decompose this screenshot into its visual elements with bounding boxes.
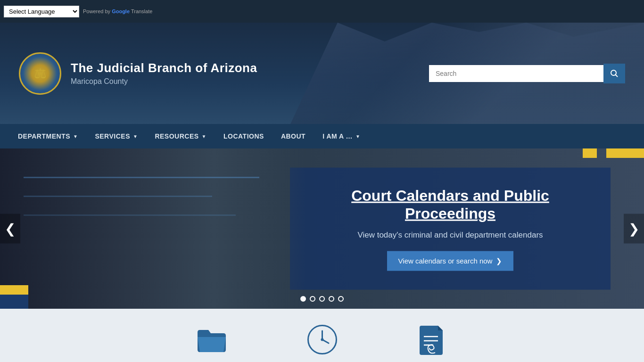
carousel-cta-button[interactable]: View calendars or search now ❯ bbox=[387, 251, 514, 271]
quick-link-case-search[interactable]: Case Search bbox=[189, 323, 234, 362]
chevron-down-icon: ▼ bbox=[73, 134, 78, 139]
carousel-indicators bbox=[300, 296, 344, 302]
search-icon bbox=[610, 69, 619, 78]
svg-point-0 bbox=[611, 70, 616, 75]
carousel-dot-5[interactable] bbox=[338, 296, 344, 302]
site-title: The Judicial Branch of Arizona bbox=[71, 61, 257, 75]
search-input[interactable] bbox=[429, 65, 603, 82]
site-subtitle: Maricopa County bbox=[71, 77, 257, 86]
chevron-down-icon: ▼ bbox=[202, 134, 206, 139]
carousel-next-button[interactable]: ❯ bbox=[624, 214, 644, 244]
quick-link-todays-hearings[interactable]: Today's Hearings bbox=[291, 323, 353, 362]
nav-about[interactable]: ABOUT bbox=[272, 124, 314, 148]
judicial-seal bbox=[19, 52, 61, 95]
nav-locations[interactable]: LOCATIONS bbox=[215, 124, 272, 148]
carousel-dot-2[interactable] bbox=[310, 296, 315, 302]
hero-carousel: Court Calendars and Public Proceedings V… bbox=[0, 148, 644, 309]
carousel-title: Court Calendars and Public Proceedings bbox=[314, 187, 587, 223]
svg-line-1 bbox=[616, 74, 618, 77]
logo-area: The Judicial Branch of Arizona Maricopa … bbox=[19, 52, 257, 95]
nav-i-am-a[interactable]: I AM A … ▼ bbox=[314, 124, 369, 148]
decor-line bbox=[24, 196, 212, 197]
nav-resources[interactable]: RESOURCES ▼ bbox=[146, 124, 215, 148]
chevron-down-icon: ▼ bbox=[355, 134, 360, 139]
language-select[interactable]: Select Language Spanish French Arabic bbox=[4, 6, 79, 17]
decor-line bbox=[24, 214, 236, 216]
accent-strip-bottom bbox=[0, 285, 28, 295]
folder-icon bbox=[195, 323, 228, 356]
translate-bar: Select Language Spanish French Arabic Po… bbox=[0, 0, 644, 23]
document-icon bbox=[416, 323, 449, 356]
carousel-dot-4[interactable] bbox=[329, 296, 334, 302]
search-area bbox=[429, 64, 625, 83]
carousel-dot-3[interactable] bbox=[319, 296, 325, 302]
decor-line bbox=[24, 177, 259, 178]
header-title: The Judicial Branch of Arizona Maricopa … bbox=[71, 61, 257, 86]
accent-strip bbox=[583, 148, 597, 158]
carousel-content: Court Calendars and Public Proceedings V… bbox=[290, 168, 611, 290]
chevron-down-icon: ▼ bbox=[133, 134, 138, 139]
carousel-prev-button[interactable]: ❮ bbox=[0, 214, 20, 244]
quick-links-section: Case Search Today's Hearings Co bbox=[0, 309, 644, 362]
accent-strip-bottom bbox=[0, 295, 28, 309]
nav-services[interactable]: SERVICES ▼ bbox=[86, 124, 146, 148]
powered-by-text: Powered by Google Translate bbox=[83, 8, 152, 14]
clock-icon bbox=[305, 323, 339, 356]
quick-link-court-forms[interactable]: Court Forms bbox=[410, 323, 455, 362]
nav-departments[interactable]: DEPARTMENTS ▼ bbox=[9, 124, 86, 148]
carousel-image bbox=[0, 148, 306, 309]
search-button[interactable] bbox=[603, 64, 625, 83]
svg-point-5 bbox=[321, 338, 323, 341]
carousel-subtitle: View today's criminal and civil departme… bbox=[314, 230, 587, 239]
accent-strip bbox=[606, 148, 644, 158]
header: The Judicial Branch of Arizona Maricopa … bbox=[0, 23, 644, 124]
main-navigation: DEPARTMENTS ▼ SERVICES ▼ RESOURCES ▼ LOC… bbox=[0, 124, 644, 148]
